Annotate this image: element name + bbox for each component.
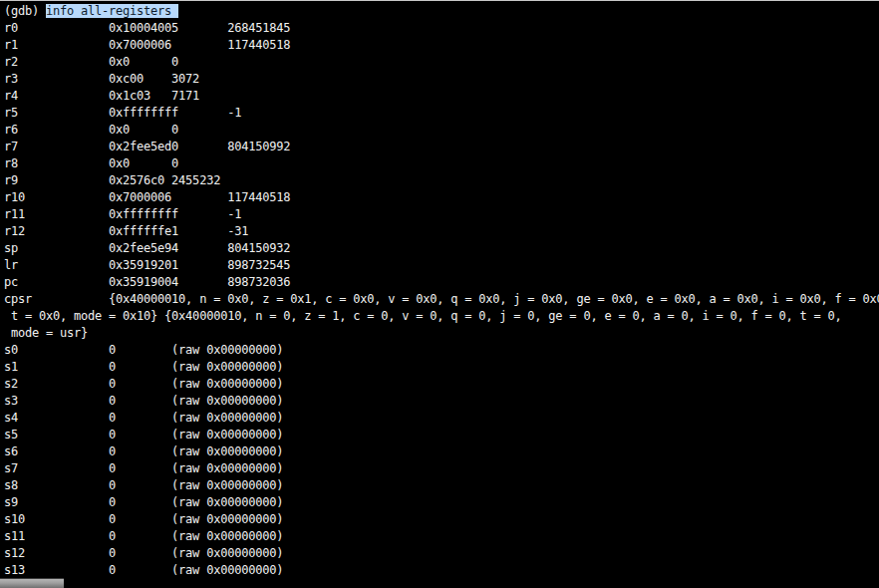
float-register-line: s10 0 (raw 0x00000000) xyxy=(4,511,879,528)
cpsr-line: mode = usr} xyxy=(4,325,879,342)
float-register-line: s6 0 (raw 0x00000000) xyxy=(4,443,879,460)
horizontal-scrollbar-thumb[interactable] xyxy=(0,578,64,588)
register-line: r2 0x0 0 xyxy=(4,54,879,71)
float-register-line: s13 0 (raw 0x00000000) xyxy=(4,562,879,579)
register-line: r4 0x1c03 7171 xyxy=(4,88,879,105)
command-text-selected: info all-registers xyxy=(46,4,178,18)
gdb-prompt: (gdb) xyxy=(4,4,46,18)
register-line: lr 0x35919201 898732545 xyxy=(4,257,879,274)
float-register-line: s11 0 (raw 0x00000000) xyxy=(4,528,879,545)
prompt-line: (gdb) info all-registers xyxy=(4,3,879,20)
float-register-line: s3 0 (raw 0x00000000) xyxy=(4,393,879,410)
register-line: pc 0x35919004 898732036 xyxy=(4,274,879,291)
register-line: r7 0x2fee5ed0 804150992 xyxy=(4,139,879,155)
float-register-line: s2 0 (raw 0x00000000) xyxy=(4,376,879,393)
register-line: r12 0xffffffe1 -31 xyxy=(4,223,879,240)
register-line: sp 0x2fee5e94 804150932 xyxy=(4,240,879,257)
register-line: r11 0xffffffff -1 xyxy=(4,206,879,223)
cpsr-line: t = 0x0, mode = 0x10} {0x40000010, n = 0… xyxy=(4,308,879,325)
register-line: r1 0x7000006 117440518 xyxy=(4,37,879,54)
register-line: r3 0xc00 3072 xyxy=(4,71,879,88)
register-line: r5 0xffffffff -1 xyxy=(4,105,879,122)
terminal-window: (gdb) info all-registers r0 0x10004005 2… xyxy=(0,0,879,588)
register-line: r6 0x0 0 xyxy=(4,122,879,139)
float-register-line: s1 0 (raw 0x00000000) xyxy=(4,359,879,376)
float-register-line: s8 0 (raw 0x00000000) xyxy=(4,477,879,494)
float-register-line: s0 0 (raw 0x00000000) xyxy=(4,342,879,359)
register-line: r10 0x7000006 117440518 xyxy=(4,189,879,206)
float-register-line: s12 0 (raw 0x00000000) xyxy=(4,545,879,562)
float-register-line: s7 0 (raw 0x00000000) xyxy=(4,460,879,477)
register-line: r0 0x10004005 268451845 xyxy=(4,20,879,37)
register-line: r8 0x0 0 xyxy=(4,155,879,172)
float-register-line: s4 0 (raw 0x00000000) xyxy=(4,410,879,427)
cpsr-line: cpsr {0x40000010, n = 0x0, z = 0x1, c = … xyxy=(4,291,879,308)
terminal-output[interactable]: (gdb) info all-registers r0 0x10004005 2… xyxy=(0,1,879,579)
float-register-line: s9 0 (raw 0x00000000) xyxy=(4,494,879,511)
float-register-line: s5 0 (raw 0x00000000) xyxy=(4,427,879,443)
register-line: r9 0x2576c0 2455232 xyxy=(4,172,879,189)
